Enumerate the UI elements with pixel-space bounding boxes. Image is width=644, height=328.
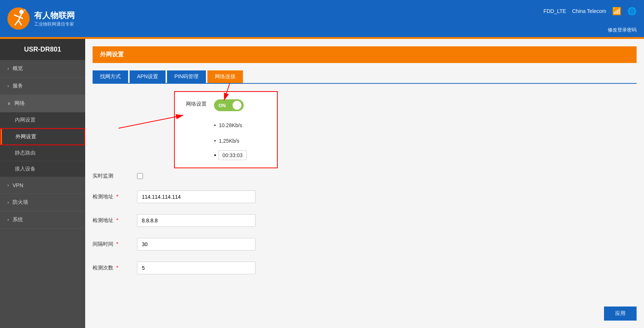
detect-addr1-row: 检测地址 * bbox=[93, 187, 637, 203]
chevron-down-icon: ∨ bbox=[7, 101, 11, 106]
sidebar-item-overview-label: 概览 bbox=[13, 65, 23, 72]
header-network-status: FDD_LTE China Telecom 📶 🌐 bbox=[543, 0, 637, 22]
required-mark: * bbox=[116, 193, 118, 199]
download-speed: 10.28Kb/s bbox=[214, 122, 247, 128]
tab-bar: 找网方式 APN设置 PIN码管理 网络连接 bbox=[93, 70, 637, 84]
realtime-label: 实时监测 bbox=[93, 173, 137, 179]
svg-point-1 bbox=[19, 10, 24, 14]
detect-addr1-label: 检测地址 * bbox=[93, 193, 137, 200]
tab-pin[interactable]: PIN码管理 bbox=[167, 70, 206, 83]
header-actions: 修改登录密码 bbox=[608, 27, 637, 33]
sidebar-item-access-device[interactable]: 接入设备 bbox=[0, 161, 85, 177]
detect-count-row: 检测次数 * bbox=[93, 258, 637, 274]
access-device-label: 接入设备 bbox=[15, 166, 36, 172]
tab-network-connect[interactable]: 网络连接 bbox=[207, 70, 243, 83]
svg-line-10 bbox=[119, 115, 183, 128]
toggle-on-label: ON bbox=[218, 103, 226, 108]
detect-addr2-row: 检测地址 * bbox=[93, 211, 637, 227]
sidebar-item-overview[interactable]: › 概览 bbox=[0, 60, 85, 77]
form-section: 网络设置 ON 10.28Kb/s 1.25Kb/s bbox=[93, 91, 637, 289]
tab-find-network[interactable]: 找网方式 bbox=[93, 70, 128, 83]
main-layout: USR-DR801 › 概览 › 服务 ∨ 网络 内网设置 外网设置 静态路由 … bbox=[0, 39, 644, 328]
brand-name: 有人物联网 bbox=[34, 10, 75, 21]
main-content: 外网设置 找网方式 APN设置 PIN码管理 网络连接 bbox=[85, 39, 644, 328]
sidebar-item-inner-net[interactable]: 内网设置 bbox=[0, 112, 85, 128]
required-mark-3: * bbox=[116, 241, 118, 247]
sidebar-item-firewall[interactable]: › 防火墙 bbox=[0, 194, 85, 211]
connection-timer: 00:33:03 bbox=[218, 150, 247, 160]
network-popup: 网络设置 ON 10.28Kb/s 1.25Kb/s bbox=[174, 91, 278, 168]
chevron-right-icon: › bbox=[7, 183, 9, 188]
detect-addr2-label: 检测地址 * bbox=[93, 217, 137, 224]
detect-addr1-input[interactable] bbox=[137, 190, 256, 203]
bullet: • bbox=[214, 152, 216, 159]
brand-text: 有人物联网 工业物联网通信专家 bbox=[34, 10, 75, 27]
brand-logo: ® bbox=[7, 7, 30, 30]
sidebar-item-network-label: 网络 bbox=[14, 100, 25, 107]
logo: ® 有人物联网 工业物联网通信专家 bbox=[7, 7, 75, 30]
sidebar-item-system-label: 系统 bbox=[13, 216, 23, 223]
globe-icon: 🌐 bbox=[627, 7, 637, 16]
sidebar-item-static-route[interactable]: 静态路由 bbox=[0, 145, 85, 161]
required-mark-2: * bbox=[116, 217, 118, 223]
page-title: 外网设置 bbox=[100, 51, 124, 57]
carrier-label: China Telecom bbox=[572, 8, 606, 14]
brand-subtitle: 工业物联网通信专家 bbox=[34, 21, 75, 27]
sidebar-item-vpn-label: VPN bbox=[13, 182, 23, 188]
tab-apn[interactable]: APN设置 bbox=[130, 70, 166, 83]
toggle-knob bbox=[233, 101, 241, 110]
network-type-label: FDD_LTE bbox=[543, 8, 566, 14]
detect-addr2-input[interactable] bbox=[137, 214, 256, 227]
interval-label: 间隔时间 * bbox=[93, 241, 137, 248]
chevron-right-icon: › bbox=[7, 83, 9, 89]
network-toggle-container: ON bbox=[214, 99, 247, 111]
required-mark-4: * bbox=[116, 265, 118, 271]
interval-row: 间隔时间 * bbox=[93, 234, 637, 251]
apply-button[interactable]: 应用 bbox=[604, 307, 637, 321]
realtime-checkbox[interactable] bbox=[137, 173, 143, 179]
sidebar-item-service[interactable]: › 服务 bbox=[0, 77, 85, 95]
inner-net-label: 内网设置 bbox=[15, 117, 36, 123]
chevron-right-icon: › bbox=[7, 66, 9, 71]
sidebar-item-network[interactable]: ∨ 网络 bbox=[0, 95, 85, 112]
detect-count-label: 检测次数 * bbox=[93, 265, 137, 271]
realtime-row: 实时监测 bbox=[93, 173, 637, 179]
sidebar-item-firewall-label: 防火墙 bbox=[13, 199, 28, 206]
outer-net-label: 外网设置 bbox=[16, 133, 36, 140]
svg-text:®: ® bbox=[24, 9, 26, 12]
network-settings-label: 网络设置 bbox=[186, 101, 207, 107]
detect-count-input[interactable] bbox=[137, 262, 256, 274]
header: ® 有人物联网 工业物联网通信专家 FDD_LTE China Telecom … bbox=[0, 0, 644, 37]
chevron-right-icon: › bbox=[7, 217, 9, 222]
network-toggle[interactable]: ON bbox=[214, 99, 244, 111]
upload-speed: 1.25Kb/s bbox=[214, 138, 247, 144]
device-name: USR-DR801 bbox=[0, 39, 85, 60]
signal-icon: 📶 bbox=[612, 7, 621, 16]
interval-input[interactable] bbox=[137, 238, 256, 251]
sidebar-item-service-label: 服务 bbox=[13, 83, 23, 89]
change-password-link[interactable]: 修改登录密码 bbox=[608, 27, 637, 33]
svg-point-0 bbox=[7, 7, 30, 30]
sidebar-item-vpn[interactable]: › VPN bbox=[0, 177, 85, 194]
static-route-label: 静态路由 bbox=[15, 150, 36, 156]
sidebar: USR-DR801 › 概览 › 服务 ∨ 网络 内网设置 外网设置 静态路由 … bbox=[0, 39, 85, 328]
sidebar-item-outer-net[interactable]: 外网设置 bbox=[0, 128, 85, 145]
sidebar-item-system[interactable]: › 系统 bbox=[0, 211, 85, 229]
page-title-bar: 外网设置 bbox=[93, 46, 637, 63]
chevron-right-icon: › bbox=[7, 200, 9, 205]
